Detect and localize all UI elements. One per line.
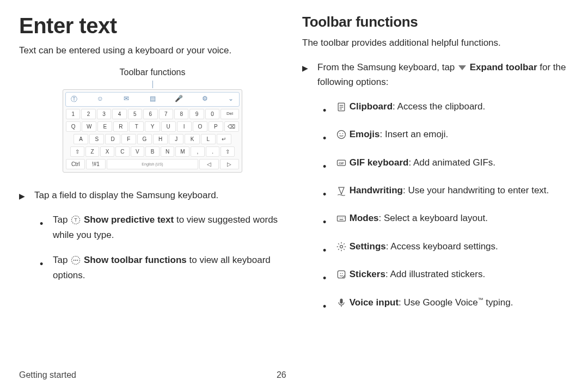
voice-rest: : Use Google Voice™ typing.: [399, 297, 513, 308]
svg-point-18: [342, 218, 343, 218]
bullet-tap-field: Tap a field to display the Samsung keybo…: [34, 188, 218, 203]
svg-rect-25: [340, 298, 343, 303]
intro-left: Text can be entered using a keyboard or …: [19, 44, 286, 58]
triangle-bullet-icon: ▶: [19, 188, 27, 203]
svg-text:GIF: GIF: [339, 161, 344, 164]
kb-row-numbers: 1 2 3 4 5 6 7 8 9 0 Del: [65, 108, 240, 120]
triangle-bullet-icon: ▶: [302, 60, 310, 89]
dot-bullet-icon: •: [323, 183, 328, 201]
item-handwriting: Handwriting: Use your handwriting to ent…: [336, 183, 549, 201]
item-emojis: Emojis: Insert an emoji.: [336, 127, 448, 145]
predictive-text-icon: T: [70, 215, 81, 225]
svg-point-21: [340, 245, 343, 248]
svg-rect-22: [338, 271, 345, 278]
dot-bullet-icon: •: [323, 267, 328, 285]
svg-rect-15: [338, 216, 346, 221]
item-modes: Modes: Select a keyboard layout.: [336, 211, 488, 229]
item-stickers: Stickers: Add illustrated stickers.: [336, 267, 485, 285]
kb-sticker-icon: ✉: [121, 95, 131, 104]
item-clipboard: Clipboard: Access the clipboard.: [336, 99, 485, 117]
svg-point-19: [344, 218, 345, 218]
dot-bullet-icon: •: [323, 99, 328, 117]
kb-row-zxcv: ⇧ Z X C V B N M , . ⇧: [65, 146, 240, 157]
page-title: Enter text: [19, 14, 286, 38]
svg-text:T: T: [74, 217, 77, 223]
intro-right: The toolbar provides additional helpful …: [302, 36, 569, 50]
kb-collapse-icon: ⌄: [226, 95, 236, 104]
footer-section: Getting started: [19, 370, 76, 380]
kb-clipboard-icon: ▤: [148, 95, 157, 104]
keyboard-caption: Toolbar functions: [19, 68, 286, 77]
subbullet-predictive: Tap T Show predictive text to view sugge…: [53, 212, 286, 243]
kb-row-space: Ctrl !#1 English (US) ◁ ▷: [65, 158, 240, 170]
voice-mic-icon: [336, 297, 347, 308]
stickers-icon: [336, 269, 347, 280]
svg-point-3: [74, 260, 75, 261]
chevron-down-icon: [458, 65, 466, 70]
kb-settings-icon: ⚙: [200, 95, 210, 104]
kb-row-asdf: A S D F G H J K L ↵: [65, 133, 240, 145]
section-title-right: Toolbar functions: [302, 14, 569, 30]
caption-leader: [152, 81, 153, 88]
handwriting-icon: [336, 185, 347, 196]
gif-icon: GIF: [336, 157, 347, 168]
kb-voice-icon: 🎤: [174, 95, 183, 104]
dot-bullet-icon: •: [323, 155, 328, 173]
dot-bullet-icon: •: [323, 127, 328, 145]
svg-point-10: [338, 131, 346, 139]
svg-point-17: [341, 218, 341, 218]
dot-bullet-icon: •: [323, 239, 328, 257]
svg-point-24: [342, 273, 343, 274]
dot-bullet-icon: •: [323, 211, 328, 229]
kb-predictive-icon: Ⓣ: [69, 95, 79, 104]
dot-bullet-icon: •: [40, 212, 45, 243]
emoji-icon: [336, 129, 347, 140]
modes-keyboard-icon: [336, 213, 347, 224]
item-voice: Voice input: Use Google Voice™ typing.: [336, 295, 513, 313]
dot-bullet-icon: •: [40, 253, 45, 283]
svg-point-16: [339, 218, 339, 218]
toolbar-functions-icon: [70, 255, 81, 266]
kb-row-qwerty: Q W E R T Y U I O P ⌫: [65, 121, 240, 132]
footer-page-number: 26: [277, 370, 286, 380]
svg-point-12: [342, 133, 344, 134]
item-settings: Settings: Access keyboard settings.: [336, 239, 498, 257]
clipboard-icon: [336, 101, 347, 112]
svg-point-4: [75, 260, 76, 261]
svg-rect-20: [340, 219, 344, 220]
svg-point-5: [77, 260, 78, 261]
subbullet-toolbar: Tap Show toolbar functions to view all k…: [53, 253, 286, 283]
kb-emoji-icon: ☺: [95, 95, 105, 104]
settings-gear-icon: [336, 241, 347, 252]
lead-sentence: From the Samsung keyboard, tap Expand to…: [317, 60, 569, 89]
dot-bullet-icon: •: [323, 295, 328, 313]
svg-point-23: [340, 273, 341, 274]
keyboard-illustration: Ⓣ ☺ ✉ ▤ 🎤 ⚙ ⌄ 1 2 3 4 5 6 7 8 9 0 Del: [63, 89, 242, 173]
svg-point-11: [340, 133, 341, 134]
item-gif: GIF GIF keyboard: Add animated GIFs.: [336, 155, 495, 173]
